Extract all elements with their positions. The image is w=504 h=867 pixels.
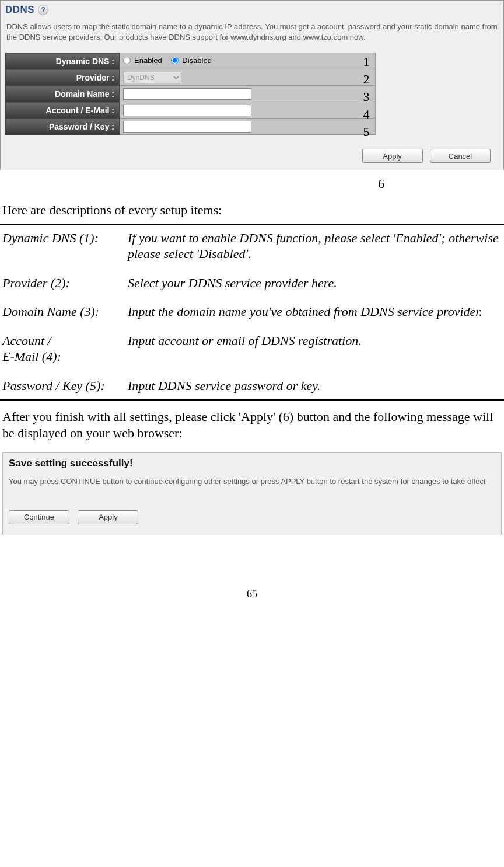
domain-name-input[interactable] <box>123 88 251 100</box>
desc-divider-bottom <box>0 399 504 401</box>
label-domain-name: Domain Name : <box>6 86 120 102</box>
save-text: You may press CONTINUE button to continu… <box>9 476 495 487</box>
ddns-panel: DDNS ? DDNS allows users to map the stat… <box>0 0 504 170</box>
save-apply-button[interactable]: Apply <box>78 510 138 524</box>
button-row: Apply Cancel <box>2 135 502 165</box>
save-buttons: Continue Apply <box>9 510 495 524</box>
continue-button[interactable]: Continue <box>9 510 69 524</box>
desc-label-3: Domain Name (3): <box>2 304 128 320</box>
radio-enabled-wrap[interactable]: Enabled <box>123 56 162 65</box>
desc-text-5: Input DDNS service password or key. <box>128 378 502 394</box>
cancel-button[interactable]: Cancel <box>430 149 491 163</box>
panel-title: DDNS <box>5 4 34 16</box>
descriptions-block: Dynamic DNS (1): If you want to enable D… <box>0 230 504 394</box>
label-password-key: Password / Key : <box>6 119 120 135</box>
cell-dynamic-dns: Enabled Disabled 1 <box>120 53 376 69</box>
label-provider: Provider : <box>6 69 120 86</box>
desc-divider-top <box>0 224 504 225</box>
radio-enabled[interactable] <box>123 57 131 64</box>
page-number: 65 <box>0 588 504 608</box>
account-email-input[interactable] <box>123 105 251 116</box>
descriptions-intro: Here are descriptions of every setup ite… <box>0 202 504 218</box>
desc-label-5: Password / Key (5): <box>2 378 128 394</box>
desc-text-2: Select your DDNS service provider here. <box>128 275 502 291</box>
help-icon[interactable]: ? <box>38 5 48 15</box>
annot-6: 6 <box>0 176 504 191</box>
password-key-input[interactable] <box>123 121 251 133</box>
radio-disabled-wrap[interactable]: Disabled <box>171 56 212 65</box>
desc-text-1: If you want to enable DDNS function, ple… <box>128 230 502 262</box>
desc-label-4: Account / E-Mail (4): <box>2 333 128 365</box>
panel-title-bar: DDNS ? <box>2 2 502 18</box>
desc-text-3: Input the domain name you've obtained fr… <box>128 304 502 320</box>
panel-intro-text: DDNS allows users to map the static doma… <box>2 18 502 53</box>
apply-button[interactable]: Apply <box>362 149 423 163</box>
desc-label-1: Dynamic DNS (1): <box>2 230 128 262</box>
cell-domain-name: 3 <box>120 86 376 102</box>
ddns-form-table: Dynamic DNS : Enabled Disabled 1 Provide… <box>5 53 376 135</box>
annot-2: 2 <box>363 72 370 87</box>
after-text: After you finish with all settings, plea… <box>0 409 504 441</box>
save-title: Save setting successfully! <box>9 458 495 469</box>
annot-4: 4 <box>363 107 370 122</box>
desc-label-2: Provider (2): <box>2 275 128 291</box>
cell-password-key: 5 <box>120 119 376 135</box>
cell-provider: DynDNS 2 <box>120 69 376 86</box>
desc-text-4: Input account or email of DDNS registrat… <box>128 333 502 365</box>
cell-account-email: 4 <box>120 102 376 119</box>
label-account-email: Account / E-Mail : <box>6 102 120 119</box>
label-dynamic-dns: Dynamic DNS : <box>6 53 120 69</box>
annot-1: 1 <box>363 54 370 69</box>
provider-select[interactable]: DynDNS <box>123 72 181 83</box>
radio-disabled[interactable] <box>171 57 178 64</box>
annot-5: 5 <box>363 124 370 140</box>
annot-3: 3 <box>363 89 370 105</box>
radio-disabled-label: Disabled <box>182 56 212 65</box>
save-panel: Save setting successfully! You may press… <box>2 452 502 535</box>
radio-enabled-label: Enabled <box>134 56 162 65</box>
